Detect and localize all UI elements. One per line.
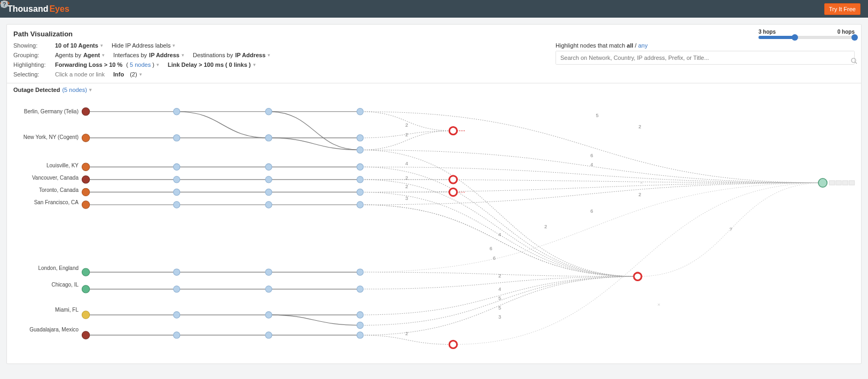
svg-point-3 [851,58,856,63]
svg-point-65 [174,202,180,208]
outage-nodes-link[interactable]: (5 nodes) [62,87,87,93]
svg-text:2: 2 [638,192,641,197]
svg-text:4: 4 [405,161,408,166]
svg-point-100 [82,311,89,319]
svg-point-87 [357,286,363,292]
svg-text:×: × [640,180,643,185]
search-input[interactable] [556,51,854,64]
grouping-label: Grouping: [13,52,51,58]
grouping-agents-dropdown[interactable]: Agents by Agent▾ [55,52,105,58]
grouping-interfaces-dropdown[interactable]: Interfaces by IP Address▾ [113,52,184,58]
try-free-button[interactable]: Try It Free [824,3,861,15]
forwarding-loss-dropdown[interactable]: Forwarding Loss > 10 % ( 5 nodes ) ▾ [55,61,159,68]
svg-rect-111 [836,181,841,185]
svg-point-93 [82,134,89,142]
svg-point-63 [174,176,180,183]
svg-text:6: 6 [590,208,593,214]
brand-part2: Eyes [49,4,69,14]
svg-point-94 [82,163,89,171]
svg-point-99 [82,285,89,293]
svg-text:?: ? [3,1,6,7]
svg-point-68 [174,312,180,318]
svg-point-82 [357,164,363,170]
svg-text:6: 6 [590,153,593,158]
svg-point-101 [82,331,89,339]
svg-point-96 [82,188,89,196]
top-bar: ThousandEyes ? Try It Free [0,0,868,18]
grouping-destinations-dropdown[interactable]: Destinations by IP Address▾ [193,52,270,58]
brand-logo[interactable]: ThousandEyes [7,4,72,14]
brand-part1: Thousand [7,4,48,14]
path-visualization[interactable]: Berlin, Germany (Telia)New York, NY (Cog… [7,95,861,357]
svg-point-89 [357,332,363,338]
svg-point-98 [82,268,89,276]
link-delay-dropdown[interactable]: Link Delay > 100 ms ( 0 links )▾ [168,61,256,68]
svg-point-105 [449,188,457,196]
svg-text:2: 2 [405,132,408,137]
showing-agents-dropdown[interactable]: 10 of 10 Agents▾ [55,42,103,49]
hops-track[interactable] [758,36,855,39]
svg-text:6: 6 [493,256,496,261]
selecting-label: Selecting: [13,71,51,78]
svg-point-77 [265,286,272,292]
svg-text:4: 4 [590,162,593,167]
highlight-match-label: Highlight nodes that match all / any [556,42,647,49]
highlight-any-link[interactable]: any [638,42,648,49]
svg-text:×: × [658,302,660,307]
svg-point-104 [449,176,457,183]
svg-point-75 [265,202,272,208]
svg-point-88 [357,312,363,318]
svg-text:6: 6 [490,246,492,251]
hops-right-label: 0 hops [838,29,855,35]
svg-rect-113 [849,181,854,185]
svg-text:4: 4 [498,232,501,237]
svg-point-66 [174,269,180,275]
svg-point-97 [82,201,89,208]
svg-text:3: 3 [498,314,501,320]
svg-text:2: 2 [544,224,547,229]
info-dropdown[interactable]: Info (2)▾ [113,71,142,78]
svg-point-84 [357,189,363,195]
hops-left-label: 3 hops [758,29,776,35]
svg-point-90 [357,146,363,153]
topbar-actions: ? Try It Free [809,3,861,15]
svg-rect-110 [830,181,835,185]
svg-point-78 [265,312,272,318]
svg-text:?: ? [729,227,732,232]
path-visualization-card: Path Visualization 3 hops 0 hops Showing… [6,24,862,364]
svg-point-79 [265,332,272,338]
controls-left: Showing: 10 of 10 Agents▾ Hide IP Addres… [13,42,270,78]
svg-point-61 [174,135,180,141]
controls-right: Highlight nodes that match all / any [556,42,855,78]
svg-point-108 [449,341,457,348]
search-box[interactable] [556,51,855,65]
svg-line-4 [855,62,857,64]
svg-point-70 [265,109,272,115]
svg-point-85 [357,202,363,208]
hops-knob-right[interactable] [851,34,858,41]
svg-text:2: 2 [405,184,408,189]
ip-labels-toggle[interactable]: Hide IP Address labels▾ [112,42,175,49]
svg-text:2: 2 [405,122,408,128]
svg-text:5: 5 [498,305,501,311]
svg-point-67 [174,286,180,292]
svg-point-91 [357,322,363,328]
svg-text:2: 2 [405,175,408,181]
hops-slider[interactable]: 3 hops 0 hops [758,29,855,39]
svg-point-73 [265,176,272,183]
svg-text:2: 2 [498,273,501,279]
svg-point-72 [265,164,272,170]
svg-point-102 [449,127,457,134]
outage-banner[interactable]: Outage Detected (5 nodes) ▾ [7,83,861,93]
svg-text:5: 5 [498,296,501,301]
svg-text:5: 5 [596,113,598,118]
svg-point-81 [357,135,363,141]
svg-text:2: 2 [638,124,641,129]
showing-label: Showing: [13,42,51,49]
svg-text:4: 4 [498,287,501,292]
svg-point-109 [818,179,827,187]
svg-point-92 [82,108,89,115]
controls-bar: Showing: 10 of 10 Agents▾ Hide IP Addres… [7,39,861,83]
svg-rect-112 [842,181,848,185]
svg-text:3: 3 [405,196,408,201]
